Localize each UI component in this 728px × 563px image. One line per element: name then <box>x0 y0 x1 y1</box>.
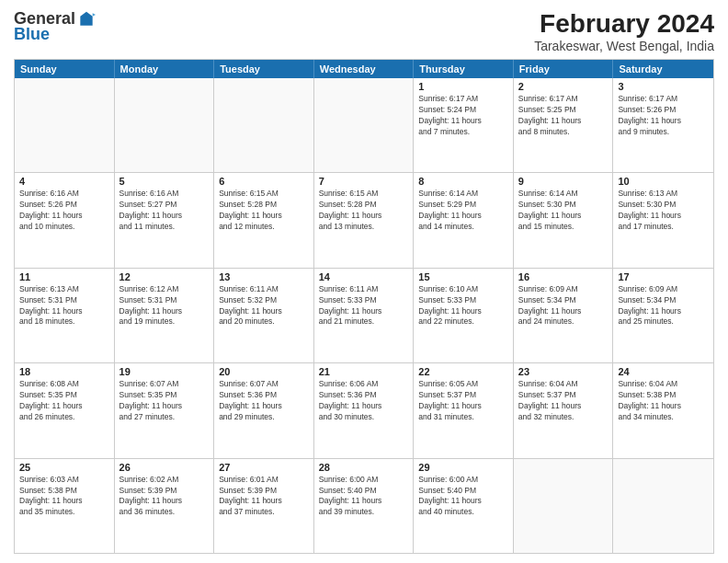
calendar-cell-1-2: 6Sunrise: 6:15 AM Sunset: 5:28 PM Daylig… <box>214 173 314 267</box>
day-info: Sunrise: 6:11 AM Sunset: 5:33 PM Dayligh… <box>319 284 409 328</box>
calendar-cell-4-6 <box>613 459 713 553</box>
page: General Blue February 2024 Tarakeswar, W… <box>0 0 728 563</box>
calendar-cell-2-5: 16Sunrise: 6:09 AM Sunset: 5:34 PM Dayli… <box>514 269 614 362</box>
day-number: 25 <box>19 462 109 473</box>
calendar-cell-3-3: 21Sunrise: 6:06 AM Sunset: 5:36 PM Dayli… <box>314 363 415 457</box>
day-info: Sunrise: 6:14 AM Sunset: 5:29 PM Dayligh… <box>418 189 508 233</box>
day-info: Sunrise: 6:09 AM Sunset: 5:34 PM Dayligh… <box>518 284 609 328</box>
day-info: Sunrise: 6:05 AM Sunset: 5:37 PM Dayligh… <box>418 379 508 423</box>
calendar-cell-0-2 <box>214 78 314 172</box>
calendar-cell-1-6: 10Sunrise: 6:13 AM Sunset: 5:30 PM Dayli… <box>613 173 713 267</box>
day-info: Sunrise: 6:16 AM Sunset: 5:26 PM Dayligh… <box>19 189 109 233</box>
day-info: Sunrise: 6:04 AM Sunset: 5:37 PM Dayligh… <box>518 379 609 423</box>
day-number: 28 <box>319 462 409 473</box>
calendar-cell-2-6: 17Sunrise: 6:09 AM Sunset: 5:34 PM Dayli… <box>613 269 713 362</box>
day-info: Sunrise: 6:10 AM Sunset: 5:33 PM Dayligh… <box>418 284 508 328</box>
day-info: Sunrise: 6:00 AM Sunset: 5:40 PM Dayligh… <box>319 475 409 519</box>
calendar-cell-3-2: 20Sunrise: 6:07 AM Sunset: 5:36 PM Dayli… <box>214 363 314 457</box>
calendar-cell-3-4: 22Sunrise: 6:05 AM Sunset: 5:37 PM Dayli… <box>414 363 514 457</box>
calendar-cell-4-3: 28Sunrise: 6:00 AM Sunset: 5:40 PM Dayli… <box>314 459 415 553</box>
title-block: February 2024 Tarakeswar, West Bengal, I… <box>534 9 714 53</box>
day-number: 11 <box>19 271 109 282</box>
day-number: 12 <box>119 271 210 282</box>
day-info: Sunrise: 6:03 AM Sunset: 5:38 PM Dayligh… <box>19 475 109 519</box>
logo: General Blue <box>14 9 96 44</box>
location: Tarakeswar, West Bengal, India <box>534 39 714 53</box>
day-number: 8 <box>418 176 508 187</box>
calendar-cell-3-1: 19Sunrise: 6:07 AM Sunset: 5:35 PM Dayli… <box>115 363 215 457</box>
day-info: Sunrise: 6:07 AM Sunset: 5:36 PM Dayligh… <box>219 379 309 423</box>
calendar-cell-4-1: 26Sunrise: 6:02 AM Sunset: 5:39 PM Dayli… <box>115 459 215 553</box>
header-sunday: Sunday <box>15 60 115 78</box>
day-info: Sunrise: 6:04 AM Sunset: 5:38 PM Dayligh… <box>618 379 709 423</box>
day-number: 29 <box>418 462 508 473</box>
day-number: 26 <box>119 462 210 473</box>
calendar-cell-4-0: 25Sunrise: 6:03 AM Sunset: 5:38 PM Dayli… <box>15 459 115 553</box>
calendar-cell-3-0: 18Sunrise: 6:08 AM Sunset: 5:35 PM Dayli… <box>15 363 115 457</box>
day-number: 7 <box>319 176 409 187</box>
calendar-body: 1Sunrise: 6:17 AM Sunset: 5:24 PM Daylig… <box>15 78 713 553</box>
day-info: Sunrise: 6:13 AM Sunset: 5:31 PM Dayligh… <box>19 284 109 328</box>
calendar-row-1: 4Sunrise: 6:16 AM Sunset: 5:26 PM Daylig… <box>15 172 713 267</box>
calendar-cell-0-0 <box>15 78 115 172</box>
header: General Blue February 2024 Tarakeswar, W… <box>14 9 714 53</box>
header-monday: Monday <box>115 60 215 78</box>
header-tuesday: Tuesday <box>214 60 314 78</box>
day-number: 6 <box>219 176 309 187</box>
calendar-cell-2-3: 14Sunrise: 6:11 AM Sunset: 5:33 PM Dayli… <box>314 269 415 362</box>
day-info: Sunrise: 6:08 AM Sunset: 5:35 PM Dayligh… <box>19 379 109 423</box>
day-info: Sunrise: 6:06 AM Sunset: 5:36 PM Dayligh… <box>319 379 409 423</box>
day-info: Sunrise: 6:17 AM Sunset: 5:25 PM Dayligh… <box>518 94 609 138</box>
day-number: 24 <box>618 366 709 377</box>
header-friday: Friday <box>514 60 614 78</box>
calendar-cell-2-2: 13Sunrise: 6:11 AM Sunset: 5:32 PM Dayli… <box>214 269 314 362</box>
day-info: Sunrise: 6:15 AM Sunset: 5:28 PM Dayligh… <box>219 189 309 233</box>
day-number: 13 <box>219 271 309 282</box>
day-info: Sunrise: 6:15 AM Sunset: 5:28 PM Dayligh… <box>319 189 409 233</box>
day-info: Sunrise: 6:07 AM Sunset: 5:35 PM Dayligh… <box>119 379 210 423</box>
calendar-cell-0-3 <box>314 78 415 172</box>
calendar-cell-4-5 <box>514 459 614 553</box>
logo-icon <box>77 10 96 29</box>
day-info: Sunrise: 6:16 AM Sunset: 5:27 PM Dayligh… <box>119 189 210 233</box>
logo-blue-text: Blue <box>14 25 50 44</box>
calendar-row-4: 25Sunrise: 6:03 AM Sunset: 5:38 PM Dayli… <box>15 458 713 553</box>
day-number: 22 <box>418 366 508 377</box>
calendar-cell-1-1: 5Sunrise: 6:16 AM Sunset: 5:27 PM Daylig… <box>115 173 215 267</box>
month-year: February 2024 <box>534 9 714 39</box>
day-number: 10 <box>618 176 709 187</box>
calendar-cell-1-4: 8Sunrise: 6:14 AM Sunset: 5:29 PM Daylig… <box>414 173 514 267</box>
day-number: 1 <box>418 81 508 92</box>
day-number: 14 <box>319 271 409 282</box>
calendar-cell-2-0: 11Sunrise: 6:13 AM Sunset: 5:31 PM Dayli… <box>15 269 115 362</box>
header-wednesday: Wednesday <box>314 60 415 78</box>
calendar-cell-4-4: 29Sunrise: 6:00 AM Sunset: 5:40 PM Dayli… <box>414 459 514 553</box>
day-number: 21 <box>319 366 409 377</box>
day-number: 15 <box>418 271 508 282</box>
day-number: 17 <box>618 271 709 282</box>
day-number: 3 <box>618 81 709 92</box>
calendar-cell-0-1 <box>115 78 215 172</box>
day-number: 23 <box>518 366 609 377</box>
day-info: Sunrise: 6:02 AM Sunset: 5:39 PM Dayligh… <box>119 475 210 519</box>
calendar-row-2: 11Sunrise: 6:13 AM Sunset: 5:31 PM Dayli… <box>15 268 713 362</box>
day-info: Sunrise: 6:09 AM Sunset: 5:34 PM Dayligh… <box>618 284 709 328</box>
day-number: 5 <box>119 176 210 187</box>
calendar-cell-3-5: 23Sunrise: 6:04 AM Sunset: 5:37 PM Dayli… <box>514 363 614 457</box>
calendar-cell-2-4: 15Sunrise: 6:10 AM Sunset: 5:33 PM Dayli… <box>414 269 514 362</box>
calendar-cell-0-4: 1Sunrise: 6:17 AM Sunset: 5:24 PM Daylig… <box>414 78 514 172</box>
day-info: Sunrise: 6:14 AM Sunset: 5:30 PM Dayligh… <box>518 189 609 233</box>
day-number: 20 <box>219 366 309 377</box>
day-number: 19 <box>119 366 210 377</box>
header-thursday: Thursday <box>414 60 514 78</box>
calendar-cell-4-2: 27Sunrise: 6:01 AM Sunset: 5:39 PM Dayli… <box>214 459 314 553</box>
day-number: 16 <box>518 271 609 282</box>
calendar-header: Sunday Monday Tuesday Wednesday Thursday… <box>15 60 713 78</box>
day-info: Sunrise: 6:12 AM Sunset: 5:31 PM Dayligh… <box>119 284 210 328</box>
day-info: Sunrise: 6:01 AM Sunset: 5:39 PM Dayligh… <box>219 475 309 519</box>
calendar: Sunday Monday Tuesday Wednesday Thursday… <box>14 59 714 554</box>
calendar-cell-3-6: 24Sunrise: 6:04 AM Sunset: 5:38 PM Dayli… <box>613 363 713 457</box>
calendar-row-3: 18Sunrise: 6:08 AM Sunset: 5:35 PM Dayli… <box>15 362 713 457</box>
calendar-cell-1-5: 9Sunrise: 6:14 AM Sunset: 5:30 PM Daylig… <box>514 173 614 267</box>
day-info: Sunrise: 6:17 AM Sunset: 5:26 PM Dayligh… <box>618 94 709 138</box>
